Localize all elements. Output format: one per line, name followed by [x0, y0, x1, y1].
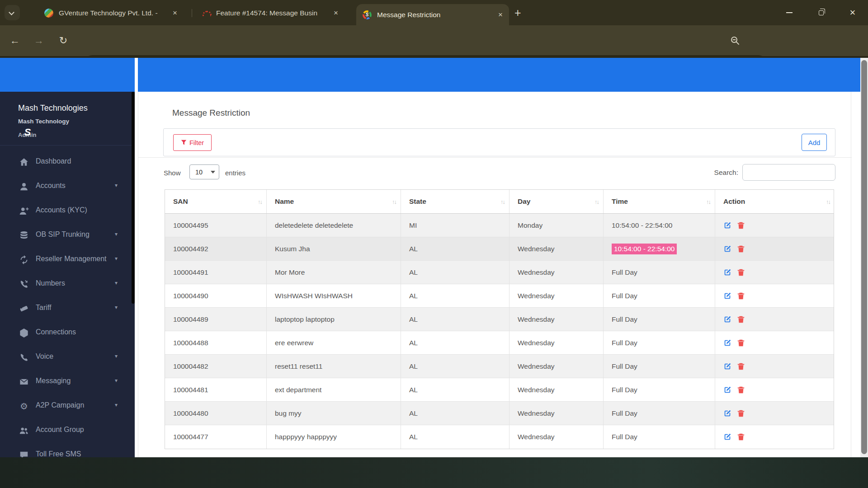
- tab-search-button[interactable]: [5, 5, 20, 20]
- sort-icon: ↑↓: [706, 198, 710, 205]
- column-header-day[interactable]: Day↑↓: [509, 190, 604, 213]
- scrollbar-thumb[interactable]: [861, 60, 867, 454]
- zoom-icon[interactable]: [725, 25, 745, 56]
- edit-icon[interactable]: [723, 339, 731, 347]
- delete-icon[interactable]: [737, 245, 745, 253]
- edit-icon[interactable]: [723, 221, 731, 230]
- search-input[interactable]: [742, 164, 835, 181]
- delete-icon[interactable]: [737, 268, 745, 277]
- column-header-san[interactable]: SAN↑↓: [165, 190, 267, 213]
- entries-label: entries: [225, 169, 245, 177]
- column-header-name[interactable]: Name↑↓: [267, 190, 401, 213]
- funnel-icon: [181, 140, 187, 145]
- table-row: 100004495 deletedelete deletedelete MI M…: [165, 214, 834, 237]
- chevron-down-icon: ▾: [115, 304, 118, 310]
- delete-icon[interactable]: [737, 315, 745, 324]
- layout-gap: [135, 58, 138, 457]
- table-row: 100004488 ere eerwrew AL Wednesday Full …: [165, 331, 834, 355]
- sidebar-item-messaging[interactable]: Messaging ▾: [0, 370, 135, 394]
- chevron-down-icon: [9, 9, 14, 15]
- edit-icon[interactable]: [723, 245, 731, 253]
- table-header-row: SAN↑↓ Name↑↓ State↑↓ Day↑↓ Time↑↓ Action…: [165, 190, 834, 214]
- sync-icon: [19, 255, 29, 265]
- sort-icon: ↑↓: [594, 198, 599, 205]
- column-header-time[interactable]: Time↑↓: [604, 190, 715, 213]
- add-button[interactable]: Add: [802, 134, 827, 151]
- column-header-action[interactable]: Action↑↓: [715, 190, 835, 213]
- close-icon[interactable]: ×: [498, 10, 503, 19]
- minimize-button[interactable]: [776, 0, 803, 25]
- table-row: 100004482 reset11 reset11 AL Wednesday F…: [165, 355, 834, 378]
- table-row: 100004481 ext department AL Wednesday Fu…: [165, 378, 834, 402]
- page-size-select[interactable]: 10: [189, 164, 219, 179]
- page-scrollbar[interactable]: [860, 58, 868, 457]
- delete-icon[interactable]: [737, 339, 745, 347]
- sidebar-item-numbers[interactable]: Numbers ▾: [0, 272, 135, 296]
- delete-icon[interactable]: [737, 433, 745, 441]
- delete-icon[interactable]: [737, 409, 745, 418]
- restore-icon: [819, 10, 824, 15]
- close-icon[interactable]: ×: [334, 9, 338, 18]
- close-icon: ×: [850, 7, 856, 19]
- reload-button[interactable]: ↻: [53, 25, 73, 56]
- tab-message-restriction[interactable]: S Message Restriction ×: [356, 4, 509, 25]
- restore-button[interactable]: [807, 0, 835, 25]
- show-label: Show: [164, 169, 181, 177]
- sidebar-item-accounts-kyc[interactable]: Accounts (KYC): [0, 199, 135, 223]
- close-window-button[interactable]: ×: [839, 0, 866, 25]
- delete-icon[interactable]: [737, 386, 745, 394]
- new-tab-button[interactable]: +: [514, 6, 521, 19]
- close-icon[interactable]: ×: [173, 9, 177, 18]
- signalmash-favicon-icon: S: [363, 10, 372, 19]
- edit-icon[interactable]: [723, 292, 731, 300]
- users-icon: [19, 426, 29, 436]
- chevron-down-icon: ▾: [115, 377, 118, 384]
- network-hexagon-icon: [19, 328, 29, 338]
- sidebar-item-voice[interactable]: Voice ▾: [0, 345, 135, 370]
- windows-taskbar: 3 26°C Partly sunny Search T 46 ↻: [0, 457, 868, 488]
- edit-icon[interactable]: [723, 386, 731, 394]
- sidebar: Mash Technologies Mash Technology Admin …: [0, 92, 135, 457]
- sidebar-item-accounts[interactable]: Accounts ▾: [0, 174, 135, 199]
- edit-icon[interactable]: [723, 315, 731, 324]
- delete-icon[interactable]: [737, 292, 745, 300]
- gventure-favicon-icon: [44, 9, 53, 18]
- signalmash-logo-icon[interactable]: S: [17, 122, 38, 143]
- chevron-down-icon: ▾: [115, 231, 118, 237]
- app-header: S signalmash SMS › Message Restriction: [0, 58, 868, 92]
- filter-panel: Filter Add: [163, 128, 835, 156]
- sidebar-item-reseller-management[interactable]: Reseller Management ▾: [0, 248, 135, 272]
- restrictions-table: SAN↑↓ Name↑↓ State↑↓ Day↑↓ Time↑↓ Action…: [165, 189, 834, 449]
- forward-button[interactable]: →: [29, 25, 49, 56]
- search-label: Search:: [693, 169, 738, 177]
- column-header-state[interactable]: State↑↓: [401, 190, 509, 213]
- tab-gventure[interactable]: GVenture Technology Pvt. Ltd. - ×: [38, 4, 184, 22]
- sidebar-item-connections[interactable]: Connections: [0, 321, 135, 345]
- sidebar-item-a2p-campaign[interactable]: ⚙ A2P Campaign ▾: [0, 394, 135, 418]
- sidebar-item-tariff[interactable]: Tariff ▾: [0, 296, 135, 321]
- sidebar-item-dashboard[interactable]: Dashboard: [0, 150, 135, 174]
- chevron-down-icon: [211, 171, 215, 174]
- edit-icon[interactable]: [723, 409, 731, 418]
- delete-icon[interactable]: [737, 221, 745, 230]
- delete-icon[interactable]: [737, 362, 745, 371]
- sidebar-item-account-group[interactable]: Account Group: [0, 418, 135, 443]
- section-divider: [138, 157, 852, 158]
- page-title: Message Restriction: [172, 108, 250, 118]
- back-button[interactable]: ←: [5, 25, 25, 56]
- tab-redmine-feature[interactable]: Feature #14574: Message Busin ×: [195, 4, 344, 22]
- table-row: 100004490 WIsHWASH WIsHWASH AL Wednesday…: [165, 284, 834, 308]
- phone-incoming-icon: [19, 279, 29, 289]
- sidebar-item-toll-free-sms[interactable]: Toll Free SMS: [0, 443, 135, 457]
- sidebar-scrollbar[interactable]: [132, 92, 135, 304]
- chevron-down-icon: ▾: [115, 280, 118, 286]
- message-restriction-card: Message Restriction Filter Add Show 10 e…: [138, 92, 851, 457]
- table-row: 100004480 bug myy AL Wednesday Full Day: [165, 402, 834, 425]
- database-icon: [19, 230, 29, 240]
- edit-icon[interactable]: [723, 433, 731, 441]
- sidebar-item-ob-sip-trunking[interactable]: OB SIP Trunking ▾: [0, 223, 135, 248]
- sort-icon: ↑↓: [392, 198, 396, 205]
- edit-icon[interactable]: [723, 268, 731, 277]
- filter-button[interactable]: Filter: [173, 134, 212, 151]
- edit-icon[interactable]: [723, 362, 731, 371]
